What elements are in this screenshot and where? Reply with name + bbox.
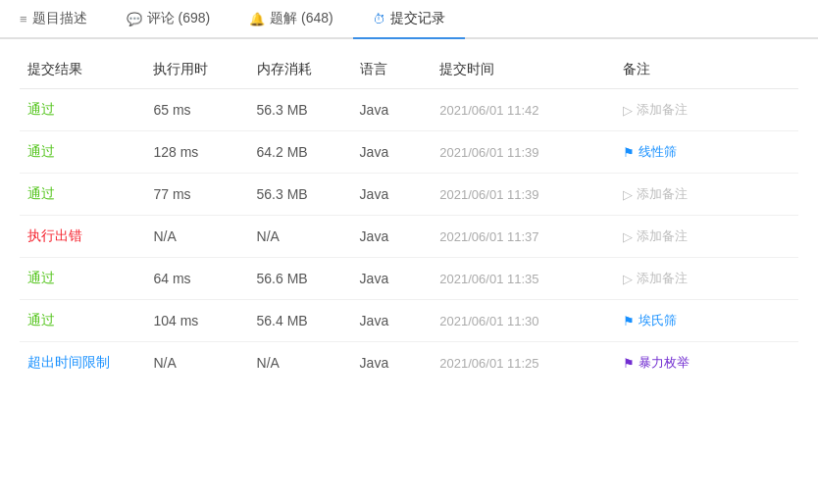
cell-result[interactable]: 通过 [20,300,145,342]
cell-exec-time: N/A [145,216,248,258]
table-row: 通过65 ms56.3 MBJava2021/06/01 11:42▷ 添加备注 [20,89,798,131]
solutions-icon: 🔔 [249,12,265,26]
cell-submit-time: 2021/06/01 11:35 [432,258,615,300]
table-row: 通过64 ms56.6 MBJava2021/06/01 11:35▷ 添加备注 [20,258,798,300]
note-content[interactable]: ⚑ 暴力枚举 [623,354,791,372]
note-text: 添加备注 [637,185,688,203]
cell-submit-time: 2021/06/01 11:30 [432,300,615,342]
cell-exec-time: 104 ms [145,300,248,342]
cell-memory: 56.6 MB [249,258,352,300]
header-lang: 语言 [352,49,433,89]
cell-lang: Java [352,342,433,384]
note-content[interactable]: ⚑ 埃氏筛 [623,312,791,329]
flag-icon: ⚑ [623,356,635,371]
cell-memory: 64.2 MB [249,131,352,174]
table-header-row: 提交结果 执行用时 内存消耗 语言 提交时间 备注 [20,49,798,89]
note-text: 暴力枚举 [639,354,690,372]
submissions-table: 提交结果 执行用时 内存消耗 语言 提交时间 备注 通过65 ms56.3 MB… [20,49,798,383]
cell-result[interactable]: 超出时间限制 [20,342,145,384]
cell-exec-time: 77 ms [145,174,248,216]
cell-result[interactable]: 通过 [20,131,145,174]
cell-exec-time: 128 ms [145,131,248,174]
cell-submit-time: 2021/06/01 11:25 [432,342,615,384]
cell-note[interactable]: ⚑ 埃氏筛 [615,300,798,342]
tab-submissions[interactable]: ⏱ 提交记录 [353,0,465,39]
cell-memory: 56.3 MB [249,174,352,216]
cell-lang: Java [352,216,433,258]
cell-note[interactable]: ⚑ 线性筛 [615,131,798,174]
cell-result: 执行出错 [20,216,145,258]
flag-icon: ▷ [623,103,633,118]
tab-description[interactable]: ≡ 题目描述 [0,0,107,39]
table-row: 超出时间限制N/AN/AJava2021/06/01 11:25⚑ 暴力枚举 [20,342,798,384]
tab-bar: ≡ 题目描述 💬 评论 (698) 🔔 题解 (648) ⏱ 提交记录 [0,0,818,39]
header-exec-time: 执行用时 [145,49,248,89]
cell-result[interactable]: 通过 [20,89,145,131]
cell-lang: Java [352,300,433,342]
cell-note[interactable]: ▷ 添加备注 [615,258,798,300]
note-text: 埃氏筛 [639,312,677,329]
cell-note[interactable]: ▷ 添加备注 [615,174,798,216]
cell-submit-time: 2021/06/01 11:39 [432,174,615,216]
table-row: 通过104 ms56.4 MBJava2021/06/01 11:30⚑ 埃氏筛 [20,300,798,342]
submissions-table-container: 提交结果 执行用时 内存消耗 语言 提交时间 备注 通过65 ms56.3 MB… [0,39,818,393]
header-submit-time: 提交时间 [432,49,615,89]
note-text: 添加备注 [637,270,688,287]
submissions-icon: ⏱ [373,12,385,26]
cell-exec-time: 64 ms [145,258,248,300]
tab-solutions[interactable]: 🔔 题解 (648) [230,0,353,39]
header-memory: 内存消耗 [249,49,352,89]
cell-submit-time: 2021/06/01 11:37 [432,216,615,258]
cell-memory: 56.4 MB [249,300,352,342]
note-text: 线性筛 [639,143,677,161]
flag-icon: ▷ [623,272,633,286]
cell-exec-time: N/A [145,342,248,384]
table-row: 通过128 ms64.2 MBJava2021/06/01 11:39⚑ 线性筛 [20,131,798,174]
tab-solutions-label: 题解 (648) [270,10,333,27]
cell-lang: Java [352,131,433,174]
description-icon: ≡ [20,12,27,26]
tab-comments-label: 评论 (698) [147,10,211,27]
cell-lang: Java [352,174,433,216]
cell-lang: Java [352,89,433,131]
cell-result[interactable]: 通过 [20,258,145,300]
cell-note[interactable]: ▷ 添加备注 [615,89,798,131]
tab-description-label: 题目描述 [32,10,87,27]
note-content[interactable]: ▷ 添加备注 [623,185,791,203]
table-row: 通过77 ms56.3 MBJava2021/06/01 11:39▷ 添加备注 [20,174,798,216]
cell-memory: N/A [249,216,352,258]
cell-exec-time: 65 ms [145,89,248,131]
flag-icon: ▷ [623,229,633,244]
cell-memory: N/A [249,342,352,384]
tab-submissions-label: 提交记录 [390,10,445,27]
cell-lang: Java [352,258,433,300]
note-text: 添加备注 [637,101,688,119]
cell-result[interactable]: 通过 [20,174,145,216]
cell-note[interactable]: ⚑ 暴力枚举 [615,342,798,384]
flag-icon: ⚑ [623,145,635,160]
note-content[interactable]: ▷ 添加备注 [623,227,791,245]
header-note: 备注 [615,49,798,89]
table-row: 执行出错N/AN/AJava2021/06/01 11:37▷ 添加备注 [20,216,798,258]
note-content[interactable]: ⚑ 线性筛 [623,143,791,161]
cell-memory: 56.3 MB [249,89,352,131]
note-text: 添加备注 [637,227,688,245]
comments-icon: 💬 [127,12,142,26]
flag-icon: ▷ [623,187,633,202]
flag-icon: ⚑ [623,314,635,328]
cell-note[interactable]: ▷ 添加备注 [615,216,798,258]
note-content[interactable]: ▷ 添加备注 [623,101,791,119]
tab-comments[interactable]: 💬 评论 (698) [107,0,230,39]
cell-submit-time: 2021/06/01 11:42 [432,89,615,131]
cell-submit-time: 2021/06/01 11:39 [432,131,615,174]
header-result: 提交结果 [20,49,145,89]
note-content[interactable]: ▷ 添加备注 [623,270,791,287]
